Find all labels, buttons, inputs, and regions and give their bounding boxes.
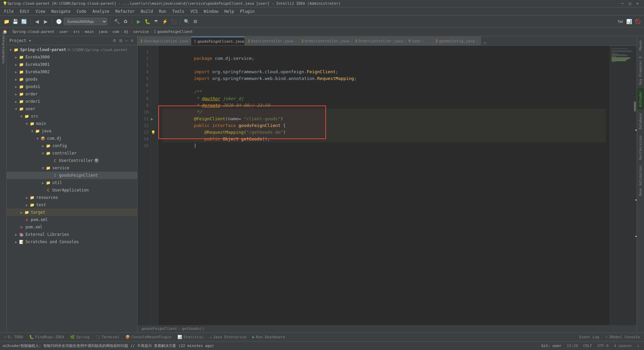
status-crlf[interactable]: CRLF [581,344,594,348]
aixcoder-tab[interactable]: AiXcoder [637,88,644,110]
bc-service[interactable]: service [133,30,149,34]
tree-userapplication[interactable]: ▶ C UserApplication [7,186,137,194]
tree-usercontroller[interactable]: ▶ C UserController 🔍 [7,157,137,164]
sync-btn[interactable]: 🔄 [20,18,28,25]
tab-goodsfeign[interactable]: I goodsFeignClient.java ✕ [191,37,245,45]
tree-user[interactable]: ▼ 📁 user [7,105,137,113]
key-promoter-tab[interactable]: Key Promoter X [637,54,644,87]
tree-scratches[interactable]: ▶ 📝 Scratches and Consoles [7,238,137,246]
bottom-tab-spring[interactable]: 🌿 Spring [67,333,92,341]
tail-btn[interactable]: Tail [616,18,624,25]
bottom-tab-findbugs[interactable]: 🐛 FindBugs-IDEA [26,333,67,341]
tree-order[interactable]: ▶ 📁 order [7,90,137,98]
panel-collapse-btn[interactable]: ─ [124,38,129,44]
bc-src[interactable]: src [73,30,80,34]
menu-window[interactable]: Window [201,8,221,14]
tree-goods[interactable]: ▶ 📁 goods [7,76,137,83]
bc-com[interactable]: com [112,30,119,34]
bean-validation-tab[interactable]: Bean Validation [637,163,644,199]
menu-build[interactable]: Build [138,8,156,14]
run-btn[interactable]: ▶ [135,18,142,25]
bottom-tab-terminal[interactable]: ⬛ Terminal [93,333,122,341]
tree-eureka3000[interactable]: ▶ 📁 Eureka3000 [7,53,137,61]
coverage-btn[interactable]: ☂ [152,18,160,25]
menu-view[interactable]: View [33,8,48,14]
panel-gear-btn[interactable]: ⚙ [112,38,117,44]
bc-java[interactable]: java [99,30,108,34]
tree-pom-user[interactable]: ▶ m pom.xml [7,216,137,223]
tab-overflow-btn[interactable]: » [481,41,489,45]
maximize-btn[interactable]: □ [626,1,634,6]
bottom-tab-todo[interactable]: ✓ 6: TODO [1,333,26,341]
status-git[interactable]: Git: user [539,344,564,348]
menu-navigate[interactable]: Navigate [49,8,73,14]
tree-resources[interactable]: ▶ 📁 resources [7,194,137,201]
tree-root[interactable]: ▼ 📁 Spring-cloud-parent H:\CSDN\Spring-c… [7,46,137,53]
menu-tools[interactable]: Tools [170,8,187,14]
tree-eureka3002[interactable]: ▶ 📁 Eureka3002 [7,68,137,76]
tree-external[interactable]: ▶ 📚 External Libraries [7,231,137,238]
tree-main[interactable]: ▼ 📁 main [7,120,137,127]
maven-tab[interactable]: Maven [637,38,644,53]
rest-services-tab[interactable]: RestServices [637,133,644,162]
status-encoding[interactable]: UTF-8 [595,344,610,348]
bc-dj[interactable]: dj [124,30,128,34]
minimize-btn[interactable]: ─ [619,1,626,6]
bottom-tab-run-dashboard[interactable]: ▶ Run Dashboard [250,333,288,341]
tree-config[interactable]: ▶ 📁 config [7,142,137,149]
tab-ordercontroller2[interactable]: J OrderController.java ✕ [352,37,406,45]
tree-service[interactable]: ▼ 📁 service [7,164,137,172]
reload-btn[interactable]: ♻ [122,18,129,25]
recent-btn[interactable]: 🕐 [55,18,62,25]
bc-main[interactable]: main [85,30,94,34]
tab-goodsconfig[interactable]: J goodsConfig.java ✕ [433,37,481,45]
search-everywhere-btn[interactable]: 🔍 [183,18,190,25]
tab-usercontroller[interactable]: J UserController.java ✕ [245,37,299,45]
tree-src[interactable]: ▼ 📁 src [7,113,137,120]
tree-target[interactable]: ▶ 📁 target [7,209,137,216]
web-toggle[interactable]: Web [0,58,6,64]
code-content[interactable]: package com.dj.service; import org.sprin… [158,46,610,325]
menu-file[interactable]: File [1,8,16,14]
bc-file[interactable]: IgoodsFeignClient [154,30,193,34]
panel-close-btn[interactable]: ✕ [130,38,135,44]
settings-btn[interactable]: ⚙ [192,18,199,25]
tree-goodsfeign[interactable]: ▶ I goodsFeignClient [7,172,137,179]
menu-run[interactable]: Run [156,8,169,14]
bottom-tab-jrebel-console[interactable]: ⚡ JRebel Console [603,333,643,341]
forward-btn[interactable]: ▶ [42,18,49,25]
bc-user[interactable]: user [59,30,68,34]
database-tab[interactable]: Database [637,111,644,132]
open-file-btn[interactable]: 📁 [3,18,10,25]
menu-refactor[interactable]: Refactor [113,8,138,14]
stop-btn[interactable]: ⬛ [170,18,177,25]
bottom-tab-statistic[interactable]: 📊 Statistic [175,333,206,341]
profile-btn[interactable]: ⚡ [161,18,168,25]
tree-order1[interactable]: ▶ 📁 order1 [7,98,137,105]
tab-user[interactable]: M user ✕ [406,37,433,45]
bottom-tab-event-log[interactable]: Event Log [577,333,602,341]
close-btn[interactable]: ✕ [634,1,641,6]
debug-btn[interactable]: 🐛 [144,18,151,25]
back-btn[interactable]: ◀ [33,18,41,25]
tree-controller[interactable]: ▼ 📁 controller [7,149,137,157]
tab-close-user[interactable]: ✕ [422,39,424,43]
tree-goods1[interactable]: ▶ 📁 goods1 [7,83,137,90]
status-indent[interactable]: 4 spaces [612,344,634,348]
menu-help[interactable]: Help [222,8,237,14]
tree-eureka3001[interactable]: ▶ 📁 Eureka3001 [7,61,137,68]
panel-expand-btn[interactable]: ⊞ [118,38,123,44]
run-config-combo[interactable]: Eureka3000App [64,18,107,25]
menu-plugin[interactable]: Plugin [237,8,257,14]
tree-pom-root[interactable]: ▶ m pom.xml [7,223,137,231]
menu-vcs[interactable]: VCS [188,8,201,14]
save-btn[interactable]: 💾 [11,18,19,25]
tree-com-dj[interactable]: ▼ 📦 com.dj [7,135,137,142]
tree-util[interactable]: ▶ 📁 util [7,179,137,186]
build-btn[interactable]: 🔨 [113,18,120,25]
tab-close-goodsconfig[interactable]: ✕ [476,39,478,43]
menu-edit[interactable]: Edit [17,8,32,14]
menu-code[interactable]: Code [74,8,89,14]
monitor-btn[interactable]: 📊 [625,18,633,25]
tab-close-usercontroller[interactable]: ✕ [294,39,297,43]
